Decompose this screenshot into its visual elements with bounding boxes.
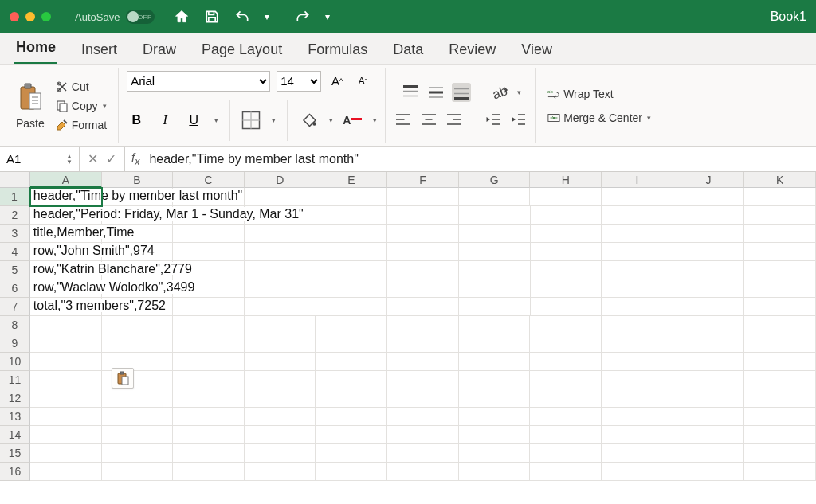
cell-A3[interactable]: title,Member,Time bbox=[30, 225, 102, 243]
cell-A10[interactable] bbox=[30, 353, 102, 371]
cell-I14[interactable] bbox=[602, 426, 673, 444]
cell-C15[interactable] bbox=[173, 444, 245, 463]
fontcolor-dropdown[interactable]: ▾ bbox=[373, 116, 377, 124]
cell-J6[interactable] bbox=[673, 279, 745, 298]
cell-F1[interactable] bbox=[387, 188, 459, 206]
cell-D13[interactable] bbox=[245, 408, 316, 426]
tab-draw[interactable]: Draw bbox=[141, 37, 178, 64]
bold-button[interactable]: B bbox=[127, 111, 146, 130]
cell-K10[interactable] bbox=[744, 353, 816, 371]
cell-H1[interactable] bbox=[530, 188, 602, 206]
cell-A13[interactable] bbox=[30, 408, 102, 426]
cell-G1[interactable] bbox=[459, 188, 531, 206]
cell-A7[interactable]: total,"3 members",7252 bbox=[30, 298, 102, 316]
row-header-8[interactable]: 8 bbox=[0, 316, 30, 334]
column-header-F[interactable]: F bbox=[387, 172, 459, 188]
cell-G2[interactable] bbox=[459, 206, 531, 225]
cell-H9[interactable] bbox=[530, 334, 602, 353]
home-icon[interactable] bbox=[174, 9, 190, 25]
cell-I6[interactable] bbox=[602, 279, 673, 298]
cell-I15[interactable] bbox=[602, 444, 673, 463]
cell-J2[interactable] bbox=[673, 206, 745, 225]
cell-G7[interactable] bbox=[459, 298, 531, 316]
cell-J14[interactable] bbox=[673, 426, 745, 444]
fill-color-button[interactable] bbox=[299, 111, 318, 130]
column-header-D[interactable]: D bbox=[245, 172, 316, 188]
row-header-3[interactable]: 3 bbox=[0, 225, 30, 243]
cell-F13[interactable] bbox=[387, 408, 459, 426]
fill-dropdown[interactable]: ▾ bbox=[329, 116, 333, 124]
cell-J11[interactable] bbox=[673, 371, 745, 389]
autosave-control[interactable]: AutoSave OFF bbox=[75, 10, 155, 24]
cell-I3[interactable] bbox=[602, 225, 673, 243]
close-window-button[interactable] bbox=[10, 12, 19, 21]
cell-G3[interactable] bbox=[459, 225, 531, 243]
cell-F3[interactable] bbox=[387, 225, 459, 243]
cell-D11[interactable] bbox=[245, 371, 316, 389]
column-header-E[interactable]: E bbox=[316, 172, 388, 188]
cell-A4[interactable]: row,"John Smith",974 bbox=[30, 243, 102, 261]
cell-J15[interactable] bbox=[673, 444, 745, 463]
italic-button[interactable]: I bbox=[155, 111, 175, 130]
cell-H11[interactable] bbox=[530, 371, 602, 389]
cell-A5[interactable]: row,"Katrin Blanchare",2779 bbox=[30, 261, 102, 279]
cell-G14[interactable] bbox=[459, 426, 531, 444]
column-header-B[interactable]: B bbox=[102, 172, 174, 188]
qat-customize-icon[interactable]: ▾ bbox=[325, 9, 341, 25]
cell-D15[interactable] bbox=[245, 444, 316, 463]
align-bottom-button[interactable] bbox=[452, 83, 471, 102]
cell-H13[interactable] bbox=[530, 408, 602, 426]
row-header-6[interactable]: 6 bbox=[0, 279, 30, 298]
cell-G9[interactable] bbox=[459, 334, 531, 353]
cell-B13[interactable] bbox=[102, 408, 174, 426]
cell-K4[interactable] bbox=[744, 243, 816, 261]
maximize-window-button[interactable] bbox=[41, 12, 51, 21]
column-header-G[interactable]: G bbox=[459, 172, 531, 188]
cell-F5[interactable] bbox=[387, 261, 459, 279]
cell-J7[interactable] bbox=[673, 298, 745, 316]
cell-F11[interactable] bbox=[387, 371, 459, 389]
cell-F12[interactable] bbox=[387, 389, 459, 408]
tab-home[interactable]: Home bbox=[14, 34, 57, 64]
cell-J10[interactable] bbox=[673, 353, 745, 371]
cell-C7[interactable] bbox=[173, 298, 245, 316]
cell-K2[interactable] bbox=[744, 206, 816, 225]
cell-C14[interactable] bbox=[173, 426, 245, 444]
cell-I13[interactable] bbox=[602, 408, 673, 426]
cell-H6[interactable] bbox=[531, 279, 602, 298]
cell-K15[interactable] bbox=[744, 444, 816, 463]
cell-J5[interactable] bbox=[673, 261, 745, 279]
cell-A16[interactable] bbox=[30, 463, 102, 481]
cell-A6[interactable]: row,"Waclaw Wolodko",3499 bbox=[30, 279, 102, 298]
cell-G15[interactable] bbox=[459, 444, 531, 463]
cell-H8[interactable] bbox=[530, 316, 602, 334]
name-box[interactable]: A1 ▲▼ bbox=[0, 147, 80, 171]
row-header-16[interactable]: 16 bbox=[0, 463, 30, 481]
cell-E6[interactable] bbox=[316, 279, 388, 298]
cell-K1[interactable] bbox=[744, 188, 816, 206]
cell-J16[interactable] bbox=[673, 463, 745, 481]
cell-B8[interactable] bbox=[102, 316, 174, 334]
tab-review[interactable]: Review bbox=[447, 37, 497, 64]
cell-E14[interactable] bbox=[316, 426, 387, 444]
cell-F14[interactable] bbox=[387, 426, 459, 444]
cell-K14[interactable] bbox=[744, 426, 816, 444]
align-top-button[interactable] bbox=[401, 83, 420, 102]
cell-H5[interactable] bbox=[531, 261, 602, 279]
cell-G4[interactable] bbox=[459, 243, 531, 261]
cell-C11[interactable] bbox=[173, 371, 245, 389]
cell-G8[interactable] bbox=[459, 316, 531, 334]
borders-button[interactable] bbox=[241, 111, 261, 130]
decrease-font-button[interactable]: Aˇ bbox=[353, 72, 372, 91]
cell-A11[interactable] bbox=[30, 371, 102, 389]
cell-D16[interactable] bbox=[245, 463, 316, 481]
paste-options-button[interactable] bbox=[112, 368, 134, 389]
cell-F15[interactable] bbox=[387, 444, 459, 463]
cell-G12[interactable] bbox=[459, 389, 531, 408]
merge-center-button[interactable]: Merge & Center▾ bbox=[544, 110, 654, 126]
cell-C8[interactable] bbox=[173, 316, 245, 334]
cell-D3[interactable] bbox=[245, 225, 316, 243]
cell-B12[interactable] bbox=[102, 389, 174, 408]
cell-F6[interactable] bbox=[387, 279, 459, 298]
cell-H4[interactable] bbox=[531, 243, 602, 261]
